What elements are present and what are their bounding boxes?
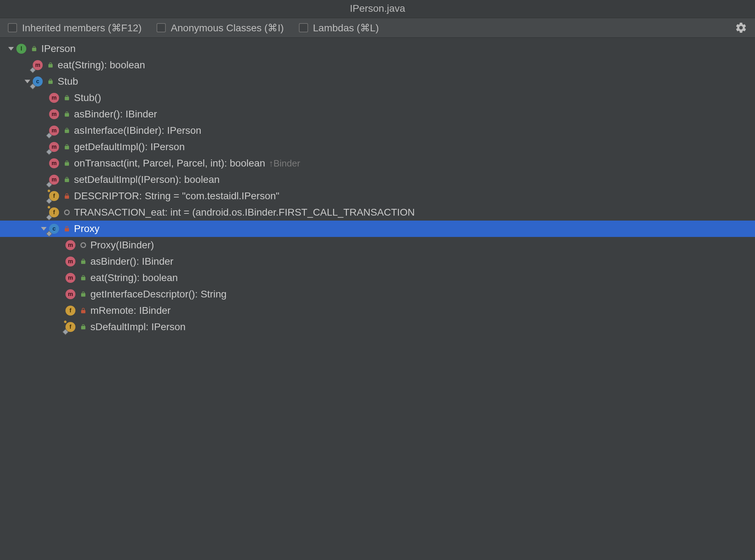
tree-row[interactable]: masBinder(): IBinder [0,106,755,122]
open-lock-icon [80,258,87,265]
arrow-none [56,274,64,282]
lock-icon [80,307,87,314]
open-lock-icon [47,78,54,85]
arrow-none [40,127,48,134]
open-lock-icon [63,94,70,101]
tree-item-label: onTransact(int, Parcel, Parcel, int): bo… [74,158,265,168]
tree-item-label: asBinder(): IBinder [74,109,157,119]
structure-tree: IIPersonmeat(String): booleancStubmStub(… [0,38,755,335]
tree-row[interactable]: IIPerson [0,41,755,57]
lock-icon [63,192,70,200]
arrow-none [40,110,48,118]
structure-toolbar: Inherited members (⌘F12) Anonymous Class… [0,18,755,38]
tree-row[interactable]: mgetInterfaceDescriptor(): String [0,286,755,302]
arrow-none [40,159,48,167]
tree-item-label: IPerson [41,44,76,54]
arrow-none [56,307,64,315]
tree-row[interactable]: cProxy [0,221,755,237]
arrow-none [56,323,64,331]
tree-row[interactable]: meat(String): boolean [0,270,755,286]
method-icon: m [49,126,59,136]
tree-row[interactable]: monTransact(int, Parcel, Parcel, int): b… [0,155,755,171]
tree-row[interactable]: fDESCRIPTOR: String = "com.testaidl.IPer… [0,188,755,204]
checkbox-icon [157,23,166,32]
tree-row[interactable]: mProxy(IBinder) [0,237,755,253]
open-lock-icon [80,291,87,298]
inherited-members-label: Inherited members (⌘F12) [22,22,142,34]
field-icon: f [65,306,75,316]
class-icon: c [49,224,59,234]
tree-item-label: setDefaultImpl(IPerson): boolean [74,175,220,185]
open-lock-icon [80,274,87,281]
tree-row[interactable]: msetDefaultImpl(IPerson): boolean [0,171,755,188]
tree-item-label: Proxy [74,224,100,234]
anonymous-classes-checkbox[interactable]: Anonymous Classes (⌘I) [157,22,284,34]
checkbox-icon [299,23,308,32]
open-lock-icon [63,111,70,118]
arrow-none [40,143,48,151]
method-icon: m [65,289,75,299]
tree-row[interactable]: cStub [0,73,755,90]
tree-item-label: eat(String): boolean [90,273,178,283]
lambdas-label: Lambdas (⌘L) [313,22,379,34]
arrow-none [23,61,31,69]
tree-item-label: getInterfaceDescriptor(): String [90,289,227,299]
title-text: IPerson.java [350,3,405,14]
tree-item-label: Stub() [74,93,101,103]
inherited-members-checkbox[interactable]: Inherited members (⌘F12) [8,22,142,34]
lambdas-checkbox[interactable]: Lambdas (⌘L) [299,22,379,34]
method-icon: m [65,257,75,266]
tree-item-label: asBinder(): IBinder [90,257,173,266]
tree-row[interactable]: meat(String): boolean [0,57,755,73]
package-visibility-icon [63,209,70,216]
arrow-none [40,176,48,184]
lock-icon [63,225,70,232]
method-icon: m [49,93,59,103]
override-hint: ↑Binder [269,159,300,168]
tree-row[interactable]: mgetDefaultImpl(): IPerson [0,139,755,155]
tree-row[interactable]: fsDefaultImpl: IPerson [0,319,755,335]
open-lock-icon [63,127,70,134]
chevron-down-icon[interactable] [40,225,48,233]
arrow-none [40,192,48,200]
method-icon: m [49,175,59,185]
tree-item-label: mRemote: IBinder [90,306,171,316]
gear-icon [735,22,747,34]
chevron-down-icon[interactable] [23,78,31,85]
checkbox-icon [8,23,17,32]
tree-item-label: TRANSACTION_eat: int = (android.os.IBind… [74,207,415,217]
open-lock-icon [47,62,54,69]
chevron-down-icon[interactable] [7,45,15,53]
tree-item-label: Stub [58,76,78,86]
arrow-none [56,241,64,249]
tree-item-label: sDefaultImpl: IPerson [90,322,186,332]
tree-item-label: getDefaultImpl(): IPerson [74,142,185,152]
tree-item-label: eat(String): boolean [58,60,145,70]
arrow-none [40,208,48,216]
anonymous-classes-label: Anonymous Classes (⌘I) [171,22,284,34]
open-lock-icon [63,176,70,183]
tree-row[interactable]: masInterface(IBinder): IPerson [0,122,755,139]
arrow-none [40,94,48,102]
method-icon: m [49,158,59,168]
open-lock-icon [31,45,38,52]
tree-row[interactable]: masBinder(): IBinder [0,253,755,270]
tree-item-label: asInterface(IBinder): IPerson [74,126,201,136]
interface-icon: I [16,44,26,54]
open-lock-icon [80,323,87,331]
class-icon: c [33,76,43,86]
tree-row[interactable]: fTRANSACTION_eat: int = (android.os.IBin… [0,204,755,221]
arrow-none [56,290,64,298]
method-icon: m [49,109,59,119]
method-icon: m [65,273,75,283]
tree-row[interactable]: mStub() [0,90,755,106]
method-icon: m [65,240,75,250]
open-lock-icon [63,143,70,150]
settings-button[interactable] [735,22,747,34]
arrow-none [56,258,64,265]
field-icon: f [65,322,75,332]
package-visibility-icon [80,242,87,249]
field-icon: f [49,191,59,201]
window-title: IPerson.java [0,0,755,18]
tree-row[interactable]: fmRemote: IBinder [0,302,755,319]
